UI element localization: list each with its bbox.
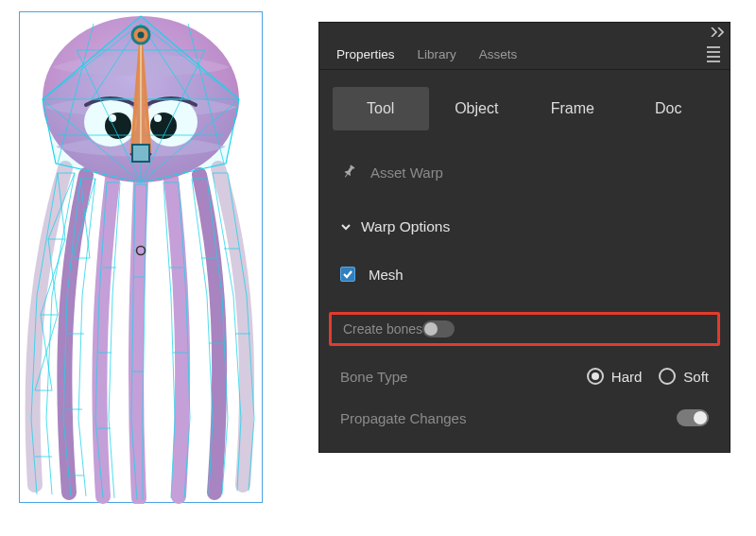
tab-library[interactable]: Library — [406, 42, 468, 67]
propagate-label: Propagate Changes — [340, 410, 466, 426]
propagate-toggle[interactable] — [677, 409, 709, 426]
segment-doc[interactable]: Doc — [621, 87, 717, 130]
create-bones-label: Create bones — [343, 321, 422, 337]
tab-properties[interactable]: Properties — [325, 42, 406, 67]
mesh-label: Mesh — [369, 267, 404, 283]
mesh-row: Mesh — [340, 253, 709, 295]
tool-name-row: Asset Warp — [340, 151, 709, 193]
collapse-panel-icon[interactable] — [711, 27, 724, 37]
chevron-down-icon — [340, 221, 352, 233]
jellyfish-artwork — [20, 12, 264, 504]
context-segments: Tool Object Frame Doc — [333, 87, 716, 130]
create-bones-toggle[interactable] — [422, 320, 455, 337]
properties-panel: Properties Library Assets Tool Object Fr… — [319, 23, 730, 452]
bone-type-hard-label: Hard — [611, 369, 643, 385]
bone-type-row: Bone Type Hard Soft — [340, 355, 709, 397]
mesh-checkbox[interactable] — [340, 267, 355, 282]
segment-tool[interactable]: Tool — [333, 87, 429, 130]
segment-object[interactable]: Object — [429, 87, 525, 130]
propagate-row: Propagate Changes — [340, 397, 709, 439]
segment-frame[interactable]: Frame — [524, 87, 621, 130]
tab-assets[interactable]: Assets — [468, 42, 529, 67]
tool-name-label: Asset Warp — [370, 164, 443, 181]
bone-type-soft-label: Soft — [683, 369, 709, 385]
create-bones-row: Create bones — [329, 312, 720, 346]
svg-point-62 — [138, 32, 145, 39]
panel-tab-bar: Properties Library Assets — [319, 40, 730, 70]
warp-options-header[interactable]: Warp Options — [340, 206, 709, 248]
svg-rect-63 — [132, 145, 149, 162]
pin-icon — [336, 161, 359, 184]
panel-menu-icon[interactable] — [703, 44, 724, 65]
bone-type-soft-radio[interactable] — [659, 368, 676, 385]
section-title: Warp Options — [361, 218, 450, 235]
stage-canvas[interactable] — [19, 11, 263, 503]
bone-type-hard-radio[interactable] — [587, 368, 604, 385]
bone-type-label: Bone Type — [340, 369, 407, 385]
